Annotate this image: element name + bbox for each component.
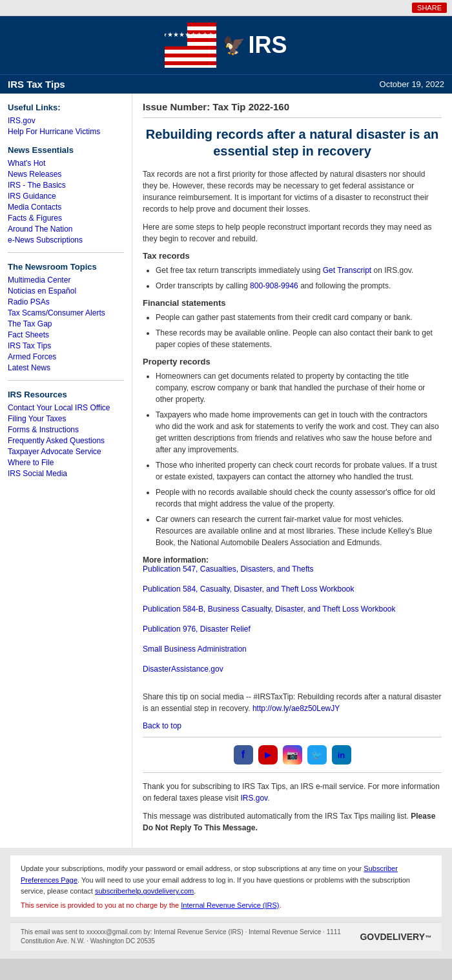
intro-paragraph-2: Here are some steps to help people recon… (143, 221, 442, 245)
social-share-text: Share this tip on social media -- #IRSTa… (143, 691, 442, 714)
main-layout: Useful Links: IRS.govHelp For Hurricane … (0, 94, 452, 848)
subscription-info: Update your subscriptions, modify your p… (10, 855, 442, 917)
sidebar-link[interactable]: Multimedia Center (8, 275, 124, 285)
resources-list: Contact Your Local IRS OfficeFiling Your… (8, 403, 124, 478)
list-item: People with no records available should … (156, 486, 442, 510)
back-to-top-link[interactable]: Back to top (143, 721, 181, 730)
facebook-icon[interactable]: f (234, 745, 253, 765)
list-item: Taxpayers who made home improvements can… (156, 409, 442, 455)
flag-icon: ★★★★★★★★★★★★★★★★★★★★★★★★★★★★★★★★★★★★★★★★… (165, 23, 216, 68)
more-info-label: More information: (143, 555, 209, 565)
govdelivery-logo: GOVDELIVERY™ (360, 932, 431, 942)
more-info-link[interactable]: Publication 976, Disaster Relief (143, 625, 442, 634)
sidebar-link[interactable]: e-News Subscriptions (8, 235, 124, 245)
list-item: Car owners can research the current fair… (156, 514, 442, 548)
more-info-link[interactable]: Publication 584, Casualty, Disaster, and… (143, 585, 442, 594)
sidebar-link[interactable]: Contact Your Local IRS Office (8, 403, 124, 412)
sidebar-link[interactable]: The Tax Gap (8, 319, 124, 328)
share-button[interactable]: SHARE (412, 3, 447, 13)
financial-heading: Financial statements (143, 298, 442, 308)
list-item: Get free tax return transcripts immediat… (156, 265, 442, 276)
sidebar-link[interactable]: IRS Tax Tips (8, 341, 124, 350)
footer-auto: This message was distributed automatical… (143, 810, 442, 834)
publication-date: October 19, 2022 (380, 79, 444, 89)
sidebar-divider-1 (8, 252, 124, 253)
property-list: Homeowners can get documents related to … (156, 370, 442, 548)
youtube-icon[interactable]: ▶ (258, 745, 278, 765)
sidebar-link[interactable]: Latest News (8, 363, 124, 372)
bottom-section: Update your subscriptions, modify your p… (0, 848, 452, 959)
tax-records-list: Get free tax return transcripts immediat… (156, 265, 442, 292)
content-divider-3 (143, 772, 442, 773)
twitter-icon[interactable]: 🐦 (307, 745, 327, 765)
irs-gov-link[interactable]: IRS.gov (240, 794, 267, 803)
sidebar-link[interactable]: IRS Social Media (8, 469, 124, 478)
linkedin-icon[interactable]: in (332, 745, 351, 765)
useful-links-list: IRS.govHelp For Hurricane Victims (8, 116, 124, 136)
contact-link[interactable]: subscriberhelp.govdelivery.com (95, 887, 194, 895)
main-content: Issue Number: Tax Tip 2022-160 Rebuildin… (132, 94, 452, 848)
footer-thanks: Thank you for subscribing to IRS Tax Tip… (143, 781, 442, 804)
title-bar: IRS Tax Tips October 19, 2022 (0, 74, 452, 94)
property-heading: Property records (143, 357, 442, 366)
get-transcript-link[interactable]: Get Transcript (323, 266, 371, 275)
sidebar-link[interactable]: Taxpayer Advocate Service (8, 447, 124, 456)
more-info-link[interactable]: Small Business Administration (143, 645, 442, 654)
issue-number: Issue Number: Tax Tip 2022-160 (143, 101, 442, 112)
newsroom-heading: The Newsroom Topics (8, 262, 124, 272)
newsroom-list: Multimedia CenterNoticias en EspañolRadi… (8, 275, 124, 372)
sidebar-link[interactable]: Where to File (8, 458, 124, 467)
list-item: Order transcripts by calling 800-908-994… (156, 280, 442, 292)
email-footer-text: This email was sent to xxxxxx@gmail.com … (21, 928, 360, 946)
financial-list: People can gather past statements from t… (156, 312, 442, 350)
sidebar-divider-2 (8, 380, 124, 381)
header: ★★★★★★★★★★★★★★★★★★★★★★★★★★★★★★★★★★★★★★★★… (0, 16, 452, 74)
subscription-text: Update your subscriptions, modify your p… (21, 863, 431, 897)
sidebar-link[interactable]: IRS Guidance (8, 192, 124, 201)
instagram-icon[interactable]: 📷 (283, 745, 302, 765)
content-divider-1 (143, 117, 442, 118)
sidebar-link[interactable]: Frequently Asked Questions (8, 436, 124, 445)
irs-logo-text: 🦅 IRS (223, 32, 287, 59)
intro-paragraph-1: Tax records are not a first priority for… (143, 168, 442, 215)
list-item: These records may be available online. P… (156, 327, 442, 350)
sidebar-link[interactable]: Tax Scams/Consumer Alerts (8, 308, 124, 317)
irs-link[interactable]: Internal Revenue Service (IRS) (181, 901, 279, 909)
sidebar-link[interactable]: Armed Forces (8, 352, 124, 361)
page-title: IRS Tax Tips (8, 79, 65, 90)
content-divider-2 (143, 737, 442, 737)
more-info-links: Publication 547, Casualties, Disasters, … (143, 565, 442, 685)
sidebar-link[interactable]: Radio PSAs (8, 297, 124, 306)
sidebar-link[interactable]: Fact Sheets (8, 330, 124, 339)
news-essentials-list: What's HotNews ReleasesIRS - The BasicsI… (8, 159, 124, 245)
list-item: Those who inherited property can check c… (156, 459, 442, 483)
useful-links-heading: Useful Links: (8, 103, 124, 112)
sidebar-link[interactable]: Filing Your Taxes (8, 414, 124, 423)
sidebar-link[interactable]: What's Hot (8, 159, 124, 168)
phone-link[interactable]: 800-908-9946 (250, 281, 298, 290)
sidebar-link[interactable]: Around The Nation (8, 225, 124, 234)
resources-heading: IRS Resources (8, 390, 124, 399)
list-item: People can gather past statements from t… (156, 312, 442, 323)
sidebar: Useful Links: IRS.govHelp For Hurricane … (0, 94, 132, 848)
sidebar-link[interactable]: Help For Hurricane Victims (8, 127, 124, 136)
service-notice: This service is provided to you at no ch… (21, 901, 431, 909)
sidebar-link[interactable]: Media Contacts (8, 203, 124, 212)
more-info-link[interactable]: Publication 584-B, Business Casualty, Di… (143, 605, 442, 614)
sidebar-link[interactable]: IRS.gov (8, 116, 124, 125)
subscriber-preferences-link[interactable]: Subscriber Preferences Page (21, 865, 398, 884)
email-footer: This email was sent to xxxxxx@gmail.com … (10, 922, 442, 951)
sidebar-link[interactable]: News Releases (8, 170, 124, 179)
share-bar: SHARE (0, 0, 452, 16)
back-to-top: Back to top (143, 721, 442, 730)
more-info-link[interactable]: Publication 547, Casualties, Disasters, … (143, 565, 442, 574)
header-logo: ★★★★★★★★★★★★★★★★★★★★★★★★★★★★★★★★★★★★★★★★… (165, 23, 287, 68)
sidebar-link[interactable]: Forms & Instructions (8, 425, 124, 434)
news-essentials-heading: News Essentials (8, 145, 124, 155)
social-share-link[interactable]: http://ow.ly/ae8z50LewJY (252, 704, 340, 713)
list-item: Homeowners can get documents related to … (156, 370, 442, 405)
sidebar-link[interactable]: Facts & Figures (8, 214, 124, 223)
sidebar-link[interactable]: IRS - The Basics (8, 181, 124, 190)
sidebar-link[interactable]: Noticias en Español (8, 286, 124, 295)
more-info-link[interactable]: DisasterAssistance.gov (143, 665, 442, 674)
